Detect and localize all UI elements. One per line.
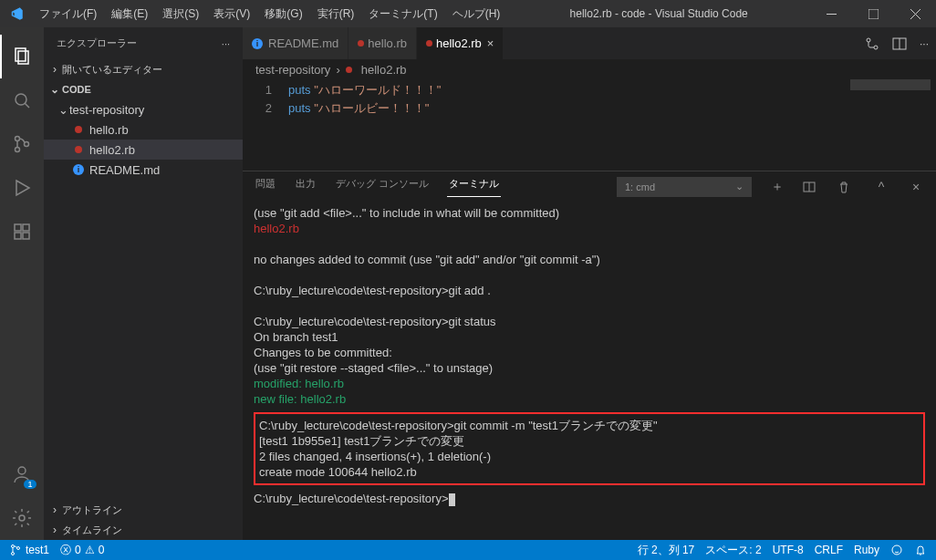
settings-icon[interactable] — [0, 496, 44, 540]
menu-run[interactable]: 実行(R) — [310, 6, 362, 22]
chevron-right-icon: › — [47, 524, 62, 536]
menubar: ファイル(F) 編集(E) 選択(S) 表示(V) 移動(G) 実行(R) ター… — [32, 6, 507, 22]
status-line-col[interactable]: 行 2、列 17 — [632, 543, 701, 558]
svg-rect-14 — [23, 224, 29, 231]
notifications-icon[interactable] — [909, 544, 932, 556]
more-icon[interactable]: ··· — [222, 38, 230, 49]
menu-help[interactable]: ヘルプ(H) — [445, 6, 508, 22]
menu-select[interactable]: 選択(S) — [155, 6, 206, 22]
panel-tab-problems[interactable]: 問題 — [254, 177, 277, 196]
code-editor[interactable]: 1 2 puts "ハローワールド！！！" puts "ハロールビー！！！" — [243, 79, 936, 171]
folder-test-repository[interactable]: ⌄test-repository — [44, 99, 243, 119]
file-hello-rb[interactable]: hello.rb — [44, 119, 243, 140]
chevron-right-icon: › — [47, 63, 62, 76]
window-title: hello2.rb - code - Visual Studio Code — [507, 7, 810, 20]
timeline-section[interactable]: ›タイムライン — [44, 520, 243, 540]
menu-view[interactable]: 表示(V) — [206, 6, 257, 22]
file-readme-md[interactable]: iREADME.md — [44, 160, 243, 180]
terminal-selector[interactable]: 1: cmd⌄ — [617, 177, 752, 197]
window-controls — [810, 0, 936, 27]
panel-tab-terminal[interactable]: ターミナル — [447, 177, 501, 197]
file-hello2-rb[interactable]: hello2.rb — [44, 140, 243, 160]
source-control-icon[interactable] — [0, 122, 44, 166]
ruby-file-icon — [358, 40, 364, 47]
search-icon[interactable] — [0, 78, 44, 122]
tab-readme[interactable]: iREADME.md — [243, 27, 348, 59]
close-panel-icon[interactable]: × — [907, 180, 925, 194]
split-terminal-icon[interactable] — [803, 181, 821, 193]
editor-area: iREADME.md hello.rb hello2.rb× ··· test-… — [243, 27, 936, 540]
run-debug-icon[interactable] — [0, 166, 44, 210]
svg-point-10 — [25, 142, 29, 147]
tab-hello[interactable]: hello.rb — [348, 27, 417, 59]
open-editors-section[interactable]: ›開いているエディター — [44, 59, 243, 79]
more-actions-icon[interactable]: ··· — [920, 37, 929, 50]
accounts-icon[interactable]: 1 — [0, 452, 44, 496]
commit-highlight: C:\ruby_lecture\code\test-repository>git… — [254, 412, 925, 485]
terminal-cursor — [449, 493, 455, 506]
close-tab-icon[interactable]: × — [487, 36, 494, 50]
minimize-button[interactable] — [810, 0, 852, 27]
activity-bar: 1 — [0, 27, 44, 540]
kill-terminal-icon[interactable] — [837, 181, 856, 193]
feedback-icon[interactable] — [885, 544, 909, 556]
extensions-icon[interactable] — [0, 210, 44, 254]
code-content[interactable]: puts "ハローワールド！！！" puts "ハロールビー！！！" — [288, 79, 441, 171]
svg-point-9 — [16, 148, 20, 152]
menu-edit[interactable]: 編集(E) — [104, 6, 155, 22]
status-eol[interactable]: CRLF — [809, 544, 848, 556]
tab-bar: iREADME.md hello.rb hello2.rb× ··· — [243, 27, 936, 59]
new-terminal-icon[interactable]: ＋ — [768, 179, 786, 195]
ruby-file-icon — [71, 126, 86, 133]
svg-point-16 — [19, 515, 25, 521]
status-bar: test1 ⓧ0⚠0 行 2、列 17 スペース: 2 UTF-8 CRLF R… — [0, 540, 936, 560]
status-branch[interactable]: test1 — [4, 544, 55, 556]
svg-rect-0 — [827, 14, 837, 15]
panel-tab-debug[interactable]: デバッグ コンソール — [334, 177, 431, 196]
chevron-down-icon: ⌄ — [47, 83, 62, 96]
panel-tab-output[interactable]: 出力 — [294, 177, 317, 196]
minimap[interactable] — [845, 79, 936, 171]
split-editor-icon[interactable] — [892, 36, 907, 51]
svg-rect-5 — [18, 51, 28, 64]
info-file-icon: i — [71, 164, 86, 175]
folder-root[interactable]: ⌄CODE — [44, 79, 243, 99]
warning-icon: ⚠ — [85, 544, 95, 556]
tab-hello2[interactable]: hello2.rb× — [417, 27, 504, 59]
compare-changes-icon[interactable] — [865, 36, 879, 51]
menu-go[interactable]: 移動(G) — [257, 6, 309, 22]
menu-file[interactable]: ファイル(F) — [32, 6, 104, 22]
accounts-badge: 1 — [24, 480, 36, 489]
panel: 問題 出力 デバッグ コンソール ターミナル 1: cmd⌄ ＋ ^ × (us… — [243, 171, 936, 540]
menu-terminal[interactable]: ターミナル(T) — [361, 6, 444, 22]
svg-point-15 — [18, 467, 26, 474]
chevron-right-icon: › — [47, 503, 62, 516]
explorer-icon[interactable] — [0, 35, 44, 78]
chevron-down-icon: ⌄ — [57, 103, 69, 117]
status-lang[interactable]: Ruby — [848, 544, 885, 556]
status-encoding[interactable]: UTF-8 — [767, 544, 809, 556]
outline-section[interactable]: ›アウトライン — [44, 500, 243, 520]
svg-point-26 — [892, 545, 901, 555]
svg-point-18 — [874, 46, 878, 49]
status-spaces[interactable]: スペース: 2 — [700, 543, 766, 558]
terminal-output[interactable]: (use "git add <file>..." to include in w… — [243, 202, 936, 540]
chevron-right-icon: › — [336, 63, 339, 77]
svg-rect-11 — [15, 224, 21, 231]
svg-point-8 — [16, 137, 20, 141]
svg-point-23 — [12, 545, 15, 548]
svg-rect-1 — [868, 9, 879, 19]
info-file-icon: i — [252, 38, 263, 49]
svg-line-7 — [25, 103, 29, 108]
svg-rect-12 — [15, 233, 21, 239]
chevron-down-icon: ⌄ — [735, 181, 744, 192]
maximize-button[interactable] — [852, 0, 894, 27]
maximize-panel-icon[interactable]: ^ — [872, 180, 890, 194]
close-button[interactable] — [894, 0, 936, 27]
status-problems[interactable]: ⓧ0⚠0 — [55, 543, 109, 558]
panel-tabs: 問題 出力 デバッグ コンソール ターミナル 1: cmd⌄ ＋ ^ × — [243, 171, 936, 202]
sidebar: エクスプローラー ··· ›開いているエディター ⌄CODE ⌄test-rep… — [44, 27, 243, 540]
breadcrumbs[interactable]: test-repository›hello2.rb — [243, 59, 936, 79]
ruby-file-icon — [71, 146, 86, 153]
file-tree: ⌄test-repository hello.rb hello2.rb iREA… — [44, 99, 243, 180]
